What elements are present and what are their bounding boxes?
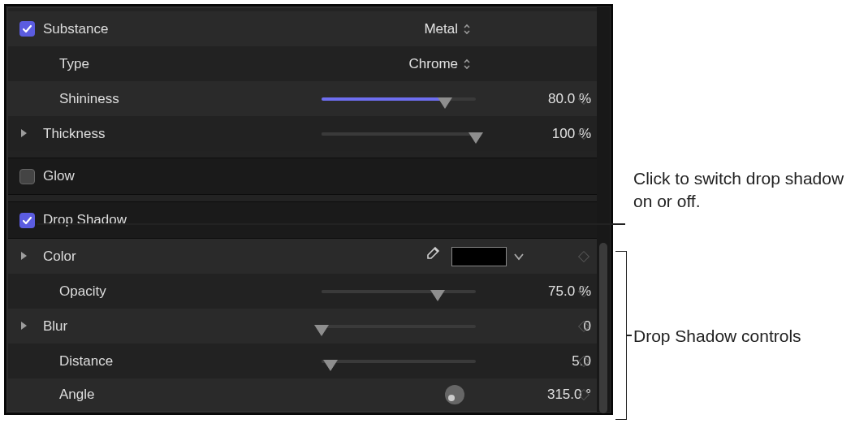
disclosure-triangle-icon[interactable] bbox=[19, 251, 29, 262]
row-substance: Substance Metal bbox=[8, 11, 609, 46]
substance-label: Substance bbox=[43, 21, 149, 37]
shininess-label: Shininess bbox=[59, 91, 165, 107]
color-swatch[interactable] bbox=[451, 247, 507, 266]
keyframe-button[interactable] bbox=[578, 286, 589, 297]
keyframe-button[interactable] bbox=[578, 356, 589, 367]
drop-shadow-label: Drop Shadow bbox=[43, 212, 149, 228]
distance-slider[interactable] bbox=[322, 353, 476, 370]
scrollbar[interactable] bbox=[597, 7, 610, 412]
substance-popup[interactable]: Metal bbox=[424, 21, 471, 37]
thickness-slider[interactable] bbox=[322, 126, 476, 142]
callout-switch: Click to switch drop shadow on or off. bbox=[633, 167, 844, 214]
keyframe-button[interactable] bbox=[578, 128, 589, 140]
callout-controls: Drop Shadow controls bbox=[633, 325, 801, 348]
keyframe-button[interactable] bbox=[578, 321, 589, 332]
section-drop-shadow: Drop Shadow bbox=[8, 201, 609, 239]
callout-line bbox=[627, 335, 632, 336]
keyframe-button[interactable] bbox=[578, 93, 589, 105]
inspector-panel-inner: Substance Metal Type Chrome bbox=[7, 7, 610, 412]
popup-arrows-icon bbox=[463, 23, 471, 36]
row-distance: Distance 5.0 bbox=[8, 344, 609, 378]
section-glow: Glow bbox=[8, 158, 609, 195]
glow-checkbox[interactable] bbox=[19, 169, 35, 184]
substance-checkbox[interactable] bbox=[19, 21, 35, 37]
disclosure-triangle-icon[interactable] bbox=[19, 128, 29, 140]
substance-popup-value: Metal bbox=[424, 21, 458, 37]
blur-label: Blur bbox=[43, 318, 149, 335]
shininess-slider[interactable] bbox=[322, 91, 476, 107]
eyedropper-icon[interactable] bbox=[424, 246, 440, 266]
color-label: Color bbox=[43, 249, 149, 265]
callout-bracket bbox=[615, 251, 627, 420]
row-blur: Blur 0 bbox=[8, 309, 609, 344]
glow-label: Glow bbox=[43, 168, 149, 184]
inspector-panel: Substance Metal Type Chrome bbox=[5, 5, 612, 414]
angle-label: Angle bbox=[59, 387, 165, 403]
row-opacity: Opacity 75.0 % bbox=[8, 274, 609, 309]
popup-arrows-icon bbox=[463, 58, 471, 71]
thickness-label: Thickness bbox=[43, 126, 149, 142]
keyframe-button[interactable] bbox=[578, 389, 589, 400]
opacity-slider[interactable] bbox=[322, 283, 476, 300]
type-popup[interactable]: Chrome bbox=[409, 56, 471, 72]
type-popup-value: Chrome bbox=[409, 56, 458, 72]
row-angle: Angle 315.0 ° bbox=[8, 378, 609, 411]
callout-line bbox=[37, 223, 625, 225]
opacity-label: Opacity bbox=[59, 283, 165, 300]
drop-shadow-checkbox[interactable] bbox=[19, 213, 35, 228]
row-thickness: Thickness 100 % bbox=[8, 116, 609, 151]
scrollbar-thumb[interactable] bbox=[599, 243, 607, 413]
row-color: Color bbox=[8, 239, 609, 274]
row-shininess: Shininess 80.0 % bbox=[8, 81, 609, 116]
keyframe-button[interactable] bbox=[578, 251, 589, 262]
type-label: Type bbox=[59, 56, 165, 72]
distance-label: Distance bbox=[59, 353, 165, 370]
blur-slider[interactable] bbox=[322, 318, 476, 335]
row-type: Type Chrome bbox=[8, 46, 609, 81]
disclosure-triangle-icon[interactable] bbox=[19, 321, 29, 332]
angle-dial[interactable] bbox=[445, 385, 464, 404]
chevron-down-icon[interactable] bbox=[513, 249, 525, 265]
